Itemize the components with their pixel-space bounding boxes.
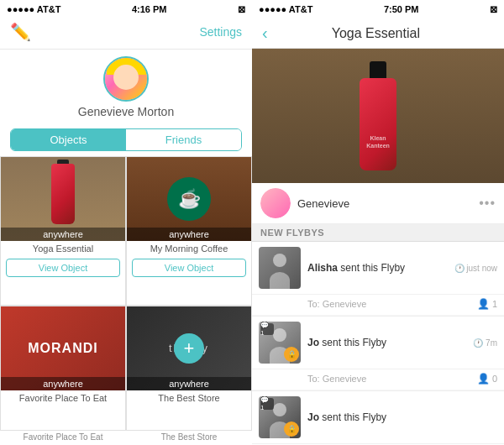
grid-img-starbucks[interactable]: ☕ anywhere: [127, 157, 251, 241]
right-panel: ●●●●● AT&T 7:50 PM ⊠ ‹ Yoga Essential Kl…: [252, 0, 504, 445]
item-info-0: Yoga Essential: [1, 241, 125, 256]
dots-menu-button[interactable]: •••: [479, 196, 496, 211]
grid-item-yoga: anywhere Yoga Essential View Object: [0, 156, 126, 306]
lock-badge-2: 🔒: [284, 421, 299, 437]
flyby-main-row-1: 🔒 💬 1 Jo sent this Flyby 🕐 7m: [252, 317, 504, 369]
avatar-face: [113, 65, 139, 90]
item-info-2: Favorite Place To Eat: [1, 390, 125, 406]
item-title-2: Favorite Place To Eat: [6, 393, 120, 403]
flyby-sender-1: Jo: [307, 337, 319, 348]
grid-item-morandi: MORANDI anywhere Favorite Place To Eat: [0, 306, 126, 432]
right-time: 7:50 PM: [384, 4, 419, 14]
item-label-2: anywhere: [1, 377, 125, 390]
flyby-text-1: Jo sent this Flyby: [307, 337, 386, 348]
morandi-text: MORANDI: [28, 341, 97, 356]
bottom-label-store: The Best Store: [126, 431, 252, 445]
flyby-to-0: To: Genevieve: [307, 299, 477, 309]
grid-img-theory[interactable]: theory + anywhere: [127, 306, 251, 390]
person-list-icon[interactable]: ✏️: [10, 22, 31, 42]
item-title-0: Yoga Essential: [6, 243, 120, 254]
flyby-count-0: 👤 1: [477, 298, 497, 310]
flyby-sub-row-1: To: Genevieve 👤 0: [252, 369, 504, 390]
settings-button[interactable]: Settings: [199, 25, 242, 39]
sil-head-2: [273, 403, 286, 416]
item-label-3: anywhere: [127, 377, 251, 390]
item-title-1: My Morning Coffee: [132, 243, 246, 254]
right-header: ‹ Yoga Essential: [252, 18, 504, 49]
item-info-1: My Morning Coffee: [127, 241, 251, 256]
grid-img-morandi[interactable]: MORANDI anywhere: [1, 306, 125, 390]
product-image-area: Klean Kanteen: [252, 49, 504, 183]
flyby-content-0: Alisha sent this Flyby 🕐 just now: [307, 262, 497, 274]
grid-item-coffee: ☕ anywhere My Morning Coffee View Object: [126, 156, 252, 306]
item-label-0: anywhere: [1, 228, 125, 241]
flyby-sub-row-0: To: Genevieve 👤 1: [252, 294, 504, 315]
flyby-thumb-2: 🔒 💬 1: [259, 396, 301, 438]
flyby-thumb-0: [259, 247, 301, 289]
bottom-labels: Favorite Place To Eat The Best Store: [0, 431, 252, 445]
left-header: ✏️ Settings: [0, 18, 252, 50]
flyby-text-2: Jo sent this Flyby: [307, 411, 386, 423]
tab-friends[interactable]: Friends: [126, 129, 241, 150]
segment-control: Objects Friends: [10, 128, 242, 151]
user-avatar-img: [260, 188, 291, 218]
flyby-action-1: sent this Flyby: [322, 337, 386, 348]
sil-head-1: [273, 328, 286, 342]
view-btn-1[interactable]: View Object: [132, 259, 246, 277]
flyby-sender-0: Alisha: [307, 262, 338, 274]
person-count-icon-0: 👤: [477, 298, 490, 310]
view-btn-0[interactable]: View Object: [6, 259, 120, 277]
item-info-3: The Best Store: [127, 390, 251, 406]
flyby-main-row-2: 🔒 💬 1 Jo sent this Flyby: [252, 391, 504, 443]
flyby-item-1: 🔒 💬 1 Jo sent this Flyby 🕐 7m To: Genevi…: [252, 317, 504, 390]
add-object-button[interactable]: +: [174, 333, 204, 364]
flyby-action-2: sent this Flyby: [322, 411, 386, 423]
flyby-count-1: 👤 0: [477, 373, 497, 385]
sil-head-0: [273, 254, 286, 267]
flyby-content-1: Jo sent this Flyby 🕐 7m: [307, 337, 497, 348]
profile-name: Genevieve Morton: [78, 105, 174, 118]
new-flybys-header: NEW FLYBYS: [252, 224, 504, 242]
flyby-list: Alisha sent this Flyby 🕐 just now To: Ge…: [252, 242, 504, 445]
flyby-item-2: 🔒 💬 1 Jo sent this Flyby To: Genevieve..…: [252, 391, 504, 445]
left-carrier: ●●●●● AT&T: [7, 4, 60, 14]
user-name: Genevieve: [297, 197, 479, 210]
user-avatar: [260, 188, 291, 218]
flyby-item-0: Alisha sent this Flyby 🕐 just now To: Ge…: [252, 242, 504, 315]
left-time: 4:16 PM: [132, 4, 167, 14]
bottom-label-eat: Favorite Place To Eat: [0, 431, 126, 445]
starbucks-logo: ☕: [167, 177, 211, 221]
right-carrier: ●●●●● AT&T: [259, 4, 312, 14]
chat-badge-1: 💬 1: [260, 323, 274, 335]
left-status-bar: ●●●●● AT&T 4:16 PM ⊠: [0, 0, 252, 18]
back-button[interactable]: ‹: [262, 24, 268, 43]
flyby-thumb-1: 🔒 💬 1: [259, 322, 301, 364]
flyby-time-0: 🕐 just now: [454, 264, 497, 273]
grid-img-bottle[interactable]: anywhere: [1, 157, 125, 241]
flyby-sender-2: Jo: [307, 411, 319, 423]
right-battery: ⊠: [490, 4, 497, 15]
bottle-body: [51, 164, 75, 224]
tab-objects[interactable]: Objects: [11, 129, 126, 150]
prod-bottle-logo: Klean Kanteen: [361, 135, 395, 149]
item-title-3: The Best Store: [132, 393, 246, 403]
person-sil-0: [259, 247, 301, 289]
user-row: Genevieve •••: [252, 183, 504, 224]
chat-badge-2: 💬 1: [260, 398, 274, 410]
grid-item-theory: theory + anywhere The Best Store: [126, 306, 252, 432]
left-battery: ⊠: [238, 4, 245, 15]
left-panel: ●●●●● AT&T 4:16 PM ⊠ ✏️ Settings Genevie…: [0, 0, 252, 445]
right-status-bar: ●●●●● AT&T 7:50 PM ⊠: [252, 0, 504, 18]
flyby-content-2: Jo sent this Flyby: [307, 411, 497, 423]
flyby-main-row-0: Alisha sent this Flyby 🕐 just now: [252, 242, 504, 294]
lock-badge-1: 🔒: [284, 347, 299, 362]
flyby-to-1: To: Genevieve: [307, 374, 477, 384]
person-count-icon-1: 👤: [477, 373, 490, 385]
sil-body-0: [270, 272, 290, 289]
flyby-action-0: sent this Flyby: [340, 262, 405, 274]
profile-section: Genevieve Morton: [0, 50, 252, 123]
product-bottle: Klean Kanteen: [353, 61, 403, 170]
flyby-time-1: 🕐 7m: [473, 338, 497, 348]
prod-bottle-body: Klean Kanteen: [360, 78, 396, 170]
prod-bottle-cap: [370, 61, 386, 80]
